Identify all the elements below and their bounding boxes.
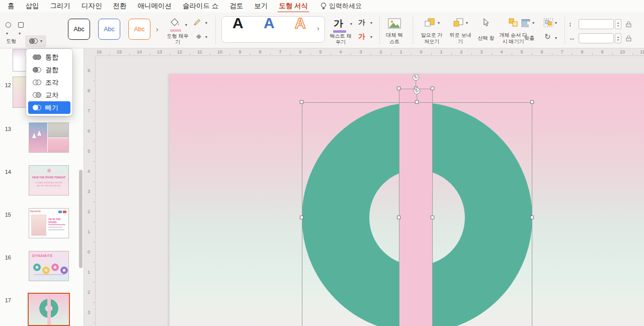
menubar-tab-3[interactable]: 디자인 xyxy=(76,0,108,13)
editing-canvas: ↻ ↻ xyxy=(96,56,644,326)
thumb15-textline xyxy=(48,224,65,225)
menubar-tab-5[interactable]: 애니메이션 xyxy=(132,0,178,13)
selection-pane-button[interactable]: 선택 창 xyxy=(475,16,497,45)
thumb16-title: DYNAMITE xyxy=(32,254,53,257)
selection-handle[interactable] xyxy=(300,100,303,104)
bring-forward-label: 앞으로 가져오기 xyxy=(419,32,444,45)
wordart-style-2[interactable]: A xyxy=(264,15,275,32)
merge-shapes-button[interactable]: ▾ xyxy=(25,35,46,47)
shape-style-2[interactable]: Abc xyxy=(98,19,120,40)
selection-handle[interactable] xyxy=(300,216,303,219)
shape-outline-button[interactable] xyxy=(193,18,204,29)
group-objects-button[interactable]: ▾ xyxy=(542,17,560,29)
bring-forward-button[interactable]: ▾ 앞으로 가져오기 xyxy=(418,16,446,45)
ruler-tick xyxy=(471,53,472,55)
shape-effects-button[interactable]: ◆ xyxy=(193,32,204,43)
selection-handle[interactable] xyxy=(397,216,400,219)
insert-shape-oval-button[interactable] xyxy=(3,19,14,31)
text-effects-button[interactable]: 가 xyxy=(358,32,369,43)
ruler-number: 5 xyxy=(88,149,90,154)
shape-fill-label: 도형 채우기 xyxy=(166,33,189,45)
chevron-down-icon: ▾ xyxy=(350,22,352,26)
menubar-tab-9[interactable]: 도형 서식 xyxy=(273,0,313,13)
ruler-number: 15 xyxy=(117,49,122,54)
text-outline-button[interactable]: 가 xyxy=(358,18,369,29)
menubar-tab-1[interactable]: 삽입 xyxy=(20,0,45,13)
ruler-number: 3 xyxy=(88,310,90,315)
slide-thumbnail-15[interactable]: Dynamite I'M IN THE STARS xyxy=(29,208,69,238)
chevron-down-icon: ▾ xyxy=(370,21,372,25)
shape-width-input[interactable] xyxy=(579,33,614,43)
text-fill-button[interactable]: 가 xyxy=(332,16,348,35)
merge-menu-item-subtract[interactable]: 빼기 xyxy=(28,101,70,114)
menubar-tab-4[interactable]: 전환 xyxy=(108,0,132,13)
lock-aspect-icon[interactable] xyxy=(625,35,632,42)
slide-thumbnail-14[interactable]: I'M IN THE STARS TONIGHT SO WATCH ME BRI… xyxy=(29,165,69,195)
height-stepper[interactable]: ▲▼ xyxy=(615,19,621,29)
ruler-number: 6 xyxy=(299,49,301,54)
ruler-tick xyxy=(93,141,95,142)
menubar-tab-2[interactable]: 그리기 xyxy=(45,0,76,13)
text-fill-ga-glyph: 가 xyxy=(334,17,343,30)
thumb14-line2: AND SET THE NIGHT ALIGHT xyxy=(30,185,67,187)
menubar-tab-6[interactable]: 슬라이드 쇼 xyxy=(177,0,224,13)
merge-menu-item-combine[interactable]: 결합 xyxy=(28,63,70,76)
merge-shapes-icon xyxy=(29,38,38,44)
rotate-handle-rectangle[interactable]: ↻ xyxy=(413,74,419,81)
menubar-tab-8[interactable]: 보기 xyxy=(249,0,273,13)
paint-bucket-icon xyxy=(170,18,180,27)
wordart-style-1[interactable]: A xyxy=(232,15,244,32)
chevron-down-icon: ▾ xyxy=(555,21,557,25)
ruler-tick xyxy=(532,53,532,55)
insert-shape-rect-button[interactable] xyxy=(15,19,27,31)
menubar-tab-0[interactable]: 홈 xyxy=(2,0,20,13)
shape-style-1[interactable]: Abc xyxy=(68,19,90,40)
selection-handle[interactable] xyxy=(415,100,419,104)
merge-menu-item-intersect[interactable]: 교차 xyxy=(28,89,70,101)
menubar-tab-7[interactable]: 검토 xyxy=(224,0,249,13)
merge-menu-item-fragment[interactable]: 조각 xyxy=(28,76,70,89)
menubar: 홈삽입그리기디자인전환애니메이션슬라이드 쇼검토보기도형 서식 입력하세요 xyxy=(0,0,644,12)
selection-box-rectangle[interactable] xyxy=(399,89,433,326)
ruler-tick xyxy=(632,53,633,55)
align-button[interactable]: ▾ 맞춤 xyxy=(517,16,541,45)
lock-aspect-icon[interactable] xyxy=(625,21,632,28)
slide-thumbnail-16[interactable]: DYNAMITE xyxy=(29,251,69,281)
shape-style-3[interactable]: Abc xyxy=(128,19,150,40)
shape-style-gallery-more[interactable]: › xyxy=(156,25,158,33)
ruler-number: 1 xyxy=(88,229,90,234)
selection-handle[interactable] xyxy=(431,216,434,219)
selection-handle[interactable] xyxy=(530,216,534,219)
selection-handle[interactable] xyxy=(530,100,534,104)
wordart-gallery-more[interactable]: › xyxy=(317,24,319,32)
merge-menu-item-unite[interactable]: 통합 xyxy=(28,51,70,63)
shape-height-input[interactable] xyxy=(579,19,614,29)
rotate-objects-button[interactable]: ↻ ▾ xyxy=(542,32,560,44)
slide-canvas[interactable]: ↻ ↻ xyxy=(170,74,644,326)
thumb16-chart-teal xyxy=(33,264,41,271)
send-backward-button[interactable]: ▾ 뒤로 보내기 xyxy=(447,16,474,45)
rotate-handle-donut[interactable]: ↻ xyxy=(414,88,420,94)
selection-handle[interactable] xyxy=(431,87,434,90)
slides-panel-scrollbar[interactable] xyxy=(79,170,83,268)
ruler-number: 2 xyxy=(88,290,90,295)
wordart-style-3[interactable]: A xyxy=(295,15,306,32)
chevron-down-icon: ▾ xyxy=(6,32,8,36)
ruler-tick xyxy=(93,81,95,81)
slide-number: 17 xyxy=(1,297,11,303)
width-stepper[interactable]: ▲▼ xyxy=(615,33,621,43)
ruler-tick xyxy=(391,53,391,55)
tell-me-box[interactable]: 입력하세요 xyxy=(320,2,362,11)
reorder-objects-icon xyxy=(508,18,518,27)
ruler-number: 8 xyxy=(581,49,583,54)
alt-text-button[interactable]: 대체 텍스트 xyxy=(384,17,405,43)
thumb14-logo xyxy=(47,169,51,172)
slide-thumbnail-17[interactable] xyxy=(28,293,70,326)
ruler-number: 5 xyxy=(520,49,523,54)
slide-thumbnail-13[interactable] xyxy=(29,122,69,153)
slide-thumbnail-partial[interactable] xyxy=(13,49,27,72)
selection-handle[interactable] xyxy=(397,87,400,90)
ruler-tick xyxy=(411,53,412,55)
shape-fill-button[interactable] xyxy=(169,17,184,35)
ruler-number: 8 xyxy=(88,88,90,93)
